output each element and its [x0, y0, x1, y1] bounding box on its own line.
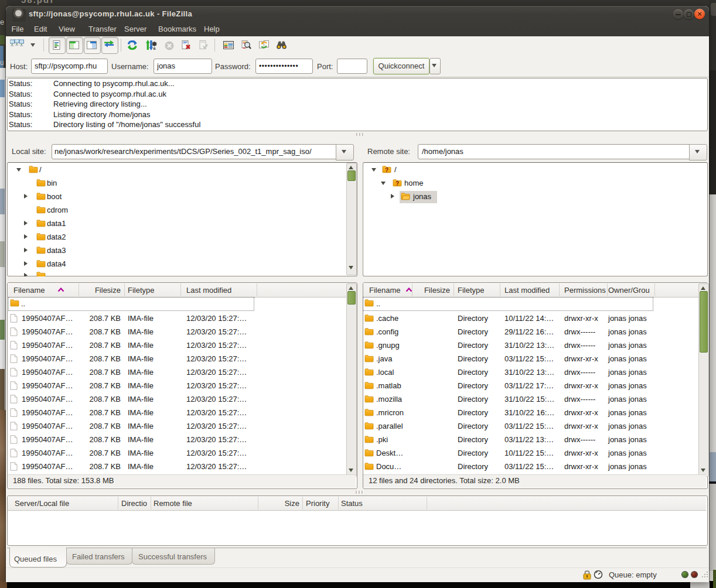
svg-text:?: ? — [385, 167, 388, 173]
svg-text:a: a — [154, 46, 156, 50]
svg-text:?: ? — [395, 180, 399, 187]
